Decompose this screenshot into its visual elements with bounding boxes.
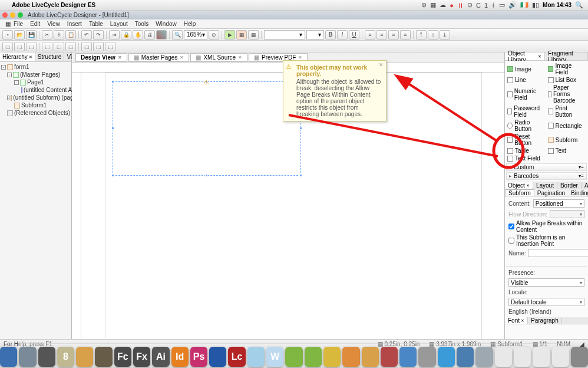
menu-icon[interactable]: ▾≡ [579,165,584,170]
tab-xml-source[interactable]: ▦XML Source✕ [190,53,247,62]
menu-insert[interactable]: Insert [64,21,85,27]
dock-app-icon[interactable] [247,347,265,367]
tree-item[interactable]: -form1 [1,63,70,71]
tab-structure[interactable]: Structure [35,52,65,61]
action2-button[interactable]: ▦ [236,30,247,40]
dock-app-icon[interactable]: Ps [190,347,207,367]
tree-item[interactable]: (untitled Content Area) [1,86,70,94]
toolbar2-btn[interactable]: ⬚ [42,42,52,51]
bluetooth-icon[interactable]: ᚼ [491,2,495,9]
dock-app-icon[interactable] [0,347,17,367]
menu-extra-icon[interactable]: ☁ [440,1,446,9]
content-select[interactable]: Positioned▾ [533,199,584,208]
align-justify-button[interactable]: ≡ [400,30,411,40]
subtab-binding[interactable]: Binding [568,189,588,196]
toolbar2-btn[interactable]: ⬚ [2,42,13,51]
tree-item[interactable]: Subform1 [1,101,70,109]
dock-app-icon[interactable]: Fc [114,347,131,367]
cut-button[interactable]: ✂ [42,30,52,40]
tab-border[interactable]: Border [557,182,582,189]
toolbar2-btn[interactable]: ⬚ [93,42,104,51]
close-icon[interactable]: ✕ [298,55,302,60]
zoom-tool-button[interactable]: 🔍 [172,30,183,40]
lib-cat-custom[interactable]: ▸Custom▾≡ [506,163,587,171]
action-button[interactable]: ▶ [224,30,235,40]
warning-icon[interactable]: ⚠ [203,78,209,86]
tree-item[interactable]: -Page1 [1,78,70,86]
menu-extra-icon[interactable]: ⏸ [457,2,464,9]
toolbar2-btn[interactable]: ⬚ [105,42,115,51]
expand-icon[interactable]: - [7,73,12,77]
allow-page-breaks-check[interactable]: Allow Page Breaks within Content [506,219,587,234]
align-left-button[interactable]: ≡ [365,30,375,40]
lib-cat-barcodes[interactable]: ▸Barcodes▾≡ [506,172,587,180]
close-icon[interactable]: ✕ [238,55,242,60]
menu-help[interactable]: Help [181,21,199,27]
resize-handle[interactable] [111,80,114,83]
dock-app-icon[interactable]: 8 [57,347,74,367]
status-resize-icon[interactable]: ◢ [580,341,584,347]
dock-app-icon[interactable]: Id [171,347,189,367]
resize-handle[interactable] [205,174,208,177]
tree-item[interactable]: -(untitled Subform) (page 1) [1,94,70,101]
zoom-fit-button[interactable]: ⊙ [209,30,219,40]
battery-icon[interactable]: ▮▯ [532,1,539,9]
close-window-button[interactable] [2,12,8,18]
tree-item[interactable]: -(Master Pages) [1,71,70,78]
dock-app-icon[interactable] [399,347,417,367]
tab-object[interactable]: Object ✕ [505,182,533,189]
flag-icon[interactable]: 🇮🇪 [520,1,528,9]
lib-password[interactable]: Password Field [506,104,547,119]
dock-app-icon[interactable] [305,347,322,367]
bold-button[interactable]: B [325,30,336,40]
copy-button[interactable]: ⎘ [54,30,64,40]
dock-app-icon[interactable] [381,347,398,367]
lib-subform[interactable]: Subform [547,133,587,147]
display-icon[interactable]: ▭ [499,1,505,9]
toolbar2-btn[interactable]: ⬚ [65,42,76,51]
dock-app-icon[interactable] [418,347,435,367]
spectrum-button[interactable] [156,30,167,40]
tab-paragraph[interactable]: Paragraph [528,317,562,324]
close-icon[interactable]: ✕ [180,55,184,60]
lib-text[interactable]: Text [547,147,587,155]
volume-icon[interactable]: 🔊 [508,1,517,9]
toolbar2-btn[interactable]: ⬚ [26,42,37,51]
dock-app-icon[interactable] [438,347,455,367]
hand-button[interactable]: ✋ [133,30,143,40]
menu-layout[interactable]: Layout [107,21,131,27]
expand-icon[interactable]: - [7,96,9,100]
dock-app-icon[interactable] [571,347,588,367]
insertion-point-check[interactable]: This Subform is an Insertion Point [506,234,587,248]
menu-window[interactable]: Window [153,21,180,27]
menu-icon[interactable]: ▾≡ [579,173,584,179]
valign-mid-button[interactable]: ↕ [428,30,438,40]
lock-button[interactable]: 🔒 [121,30,131,40]
clock[interactable]: Mon 14:43 [543,2,572,8]
selected-subform[interactable]: ⚠ [113,81,301,176]
tab-font[interactable]: Font ✕ [505,317,528,324]
close-icon[interactable]: ✕ [118,55,122,60]
name-input[interactable] [528,249,588,257]
valign-bot-button[interactable]: ⤓ [440,30,450,40]
menu-extra-icon[interactable]: C [476,2,481,9]
tree-item[interactable]: (Referenced Objects) [1,109,70,117]
dock-app-icon[interactable] [285,347,302,367]
font-family-combo[interactable]: ▾ [264,30,305,40]
dock-app-icon[interactable] [457,347,474,367]
close-icon[interactable]: ✕ [379,62,384,68]
dock-app-icon[interactable] [76,347,93,367]
italic-button[interactable]: I [337,30,348,40]
valign-top-button[interactable]: ⤒ [416,30,427,40]
undo-button[interactable]: ↶ [81,30,92,40]
lib-line[interactable]: Line [506,76,547,84]
resize-handle[interactable] [299,127,302,130]
lib-table[interactable]: Table [506,147,547,155]
menu-tools[interactable]: Tools [132,21,151,27]
locale-select[interactable]: Default locale▾ [508,298,584,306]
menu-edit[interactable]: Edit [27,21,43,27]
menu-extra-icon[interactable]: ⊕ [421,1,427,9]
redo-button[interactable]: ↷ [93,30,104,40]
underline-button[interactable]: U [349,30,359,40]
font-size-combo[interactable]: ▾ [306,30,324,40]
